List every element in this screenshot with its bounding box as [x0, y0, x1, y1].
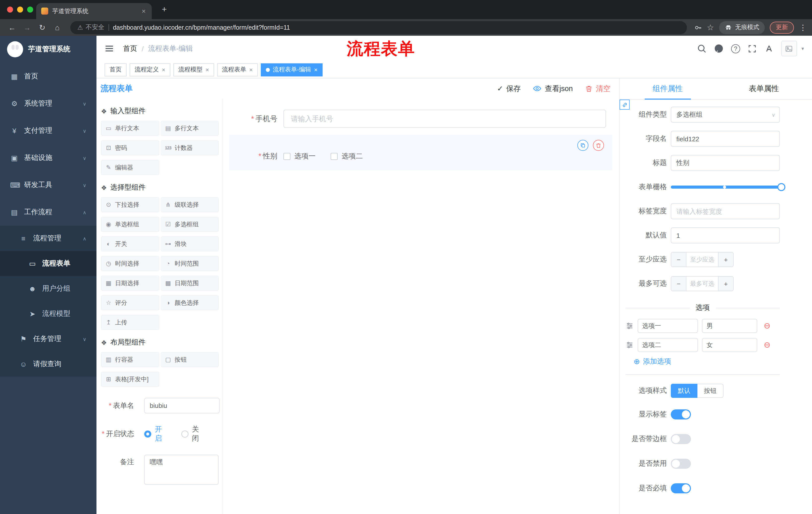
field-name-input[interactable]: [671, 131, 780, 147]
view-json-button[interactable]: 查看json: [533, 84, 573, 93]
increase-button[interactable]: +: [718, 252, 733, 267]
new-tab-button[interactable]: +: [159, 4, 170, 15]
drag-handle-icon[interactable]: [626, 341, 634, 349]
sidebar-item-task-manage[interactable]: ⚑ 任务管理 ∨: [0, 326, 96, 352]
gender-option2-label[interactable]: 选项二: [342, 152, 363, 161]
palette-item-counter[interactable]: 123计数器: [161, 140, 219, 155]
palette-item-button[interactable]: ▢按钮: [161, 352, 219, 367]
status-on-label[interactable]: 开启: [155, 425, 168, 443]
status-on-radio[interactable]: [144, 431, 151, 437]
tab-close-icon[interactable]: ×: [141, 7, 147, 15]
palette-item-radio-group[interactable]: ◉单选框组: [101, 217, 159, 232]
palette-item-checkbox-group[interactable]: ☑多选框组: [161, 217, 219, 232]
fullscreen-icon[interactable]: [748, 44, 757, 53]
tag-process-form[interactable]: 流程表单 ×: [217, 63, 258, 76]
address-bar[interactable]: ⚠ 不安全 dashboard.yudao.iocoder.cn/bpm/man…: [70, 21, 687, 34]
help-icon[interactable]: ?: [731, 44, 740, 53]
border-switch[interactable]: [671, 434, 691, 444]
breadcrumb-home[interactable]: 首页: [123, 44, 137, 53]
sidebar-item-devtools[interactable]: ⌨ 研发工具 ∨: [0, 171, 96, 199]
palette-item-slider[interactable]: ⊶滑块: [161, 236, 219, 251]
slider-handle[interactable]: [777, 183, 785, 191]
decrease-button[interactable]: −: [671, 277, 686, 291]
sidebar-item-process-form[interactable]: ▭ 流程表单: [0, 251, 96, 276]
browser-menu-icon[interactable]: ⋮: [799, 23, 807, 32]
link-icon[interactable]: [619, 100, 630, 110]
sidebar-item-workflow[interactable]: ▤ 工作流程 ∧: [0, 199, 96, 226]
sidebar-toggle-icon[interactable]: [105, 44, 114, 53]
avatar-caret-icon[interactable]: ▾: [802, 46, 804, 51]
tag-close-icon[interactable]: ×: [314, 66, 318, 73]
sidebar-item-home[interactable]: ▦ 首页: [0, 63, 96, 90]
update-button[interactable]: 更新: [770, 21, 794, 33]
reload-icon[interactable]: ↻: [35, 20, 49, 34]
tab-form-props[interactable]: 表单属性: [716, 78, 812, 99]
tag-process-model[interactable]: 流程模型 ×: [173, 63, 214, 76]
palette-item-time-range[interactable]: ◔时间范围: [161, 256, 219, 271]
user-avatar[interactable]: [781, 41, 797, 56]
style-button-button[interactable]: 按钮: [697, 384, 724, 398]
tag-process-definition[interactable]: 流程定义 ×: [129, 63, 170, 76]
sidebar-item-infra[interactable]: ▣ 基础设施 ∨: [0, 144, 96, 171]
style-default-button[interactable]: 默认: [671, 384, 697, 398]
title-input[interactable]: [671, 155, 780, 171]
window-close-button[interactable]: [7, 6, 13, 12]
sidebar-item-process-model[interactable]: ➤ 流程模型: [0, 301, 96, 326]
disabled-switch[interactable]: [671, 458, 691, 468]
security-indicator[interactable]: ⚠ 不安全: [77, 23, 104, 32]
tag-home[interactable]: 首页: [105, 63, 127, 76]
remove-option-icon[interactable]: ⊖: [764, 322, 771, 330]
label-width-input[interactable]: [671, 203, 780, 219]
form-name-input[interactable]: [144, 398, 220, 413]
github-icon[interactable]: [714, 44, 724, 53]
clear-button[interactable]: 清空: [585, 84, 610, 93]
sidebar-item-user-group[interactable]: ☻ 用户分组: [0, 276, 96, 301]
phone-input[interactable]: [283, 110, 606, 128]
tag-close-icon[interactable]: ×: [249, 66, 253, 73]
option-value-input[interactable]: [702, 319, 757, 333]
decrease-button[interactable]: −: [671, 252, 686, 267]
password-key-icon[interactable]: [694, 23, 702, 31]
default-value-input[interactable]: [671, 227, 780, 243]
search-icon[interactable]: [697, 44, 706, 53]
status-off-label[interactable]: 关闭: [192, 425, 205, 443]
remove-option-icon[interactable]: ⊖: [764, 341, 771, 349]
palette-item-cascader[interactable]: ⋔级联选择: [161, 197, 219, 212]
palette-item-color-picker[interactable]: ◑颜色选择: [161, 295, 219, 310]
save-button[interactable]: ✓ 保存: [497, 84, 521, 93]
home-icon[interactable]: ⌂: [50, 20, 64, 34]
sidebar-item-process-manage[interactable]: ≡ 流程管理 ∧: [0, 226, 96, 251]
palette-item-rate[interactable]: ☆评分: [101, 295, 159, 310]
gender-option1-checkbox[interactable]: [283, 153, 290, 160]
font-size-icon[interactable]: [764, 44, 774, 53]
palette-item-editor[interactable]: ✎编辑器: [101, 160, 159, 175]
palette-item-textarea[interactable]: ▤多行文本: [161, 121, 219, 136]
back-icon[interactable]: ←: [5, 20, 19, 34]
palette-item-table[interactable]: ⊞表格[开发中]: [101, 372, 159, 387]
form-remark-textarea[interactable]: 嘿嘿: [144, 455, 219, 485]
required-switch[interactable]: [671, 483, 691, 493]
phone-field-row[interactable]: *手机号: [229, 110, 612, 128]
palette-item-single-line-text[interactable]: ▭单行文本: [101, 121, 159, 136]
sidebar-item-payment[interactable]: ¥ 支付管理 ∨: [0, 117, 96, 144]
tag-process-form-edit[interactable]: 流程表单-编辑 ×: [261, 63, 323, 76]
gender-option1-label[interactable]: 选项一: [294, 152, 316, 161]
option-label-input[interactable]: [638, 319, 698, 333]
option-label-input[interactable]: [638, 338, 698, 352]
palette-item-switch[interactable]: ◐开关: [101, 236, 159, 251]
tab-component-props[interactable]: 组件属性: [619, 78, 716, 99]
bookmark-star-icon[interactable]: ☆: [707, 23, 714, 32]
copy-component-button[interactable]: [577, 140, 588, 151]
selected-component-gender[interactable]: *性别 选项一 选项二: [229, 135, 612, 170]
increase-button[interactable]: +: [718, 277, 733, 291]
delete-component-button[interactable]: [593, 140, 604, 151]
drag-handle-icon[interactable]: [626, 322, 634, 330]
palette-item-password[interactable]: ⊡密码: [101, 140, 159, 155]
palette-item-select[interactable]: ⊙下拉选择: [101, 197, 159, 212]
component-type-select[interactable]: 多选框组 ∨: [671, 107, 780, 123]
palette-item-upload[interactable]: ↥上传: [101, 315, 159, 330]
gender-option2-checkbox[interactable]: [330, 153, 338, 160]
palette-item-time-picker[interactable]: ◷时间选择: [101, 256, 159, 271]
status-off-radio[interactable]: [181, 431, 188, 437]
form-canvas[interactable]: *手机号: [223, 99, 619, 514]
